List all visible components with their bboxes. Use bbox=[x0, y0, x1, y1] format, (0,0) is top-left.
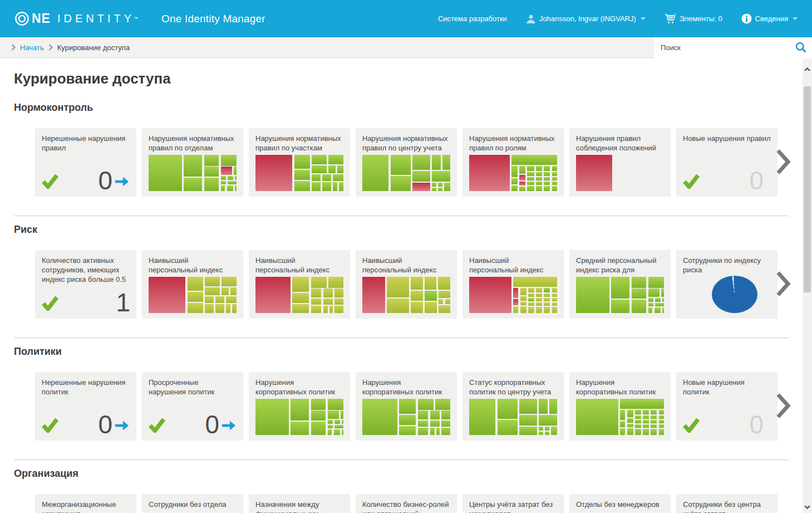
chevron-up-icon bbox=[804, 67, 810, 71]
treemap-cell bbox=[651, 429, 657, 435]
treemap-chart bbox=[576, 399, 664, 435]
dashboard-card[interactable]: Количество бизнес-ролей или организаций, bbox=[356, 494, 457, 513]
treemap-cell bbox=[469, 155, 510, 191]
card-row-risk: Количество активных сотрудников, имеющих… bbox=[35, 250, 783, 319]
dashboard-card[interactable]: Нарушения нормативных правил по отделам bbox=[142, 128, 243, 197]
search-button[interactable] bbox=[795, 42, 806, 53]
treemap-cell bbox=[323, 299, 333, 305]
dashboard-card[interactable]: Сотрудники без отдела bbox=[142, 494, 243, 513]
dashboard-card[interactable]: Нарушения корпоративных политик bbox=[249, 372, 350, 441]
treemap-cell bbox=[312, 155, 327, 164]
dashboard-card[interactable]: Количество активных сотрудников, имеющих… bbox=[35, 250, 136, 319]
card-counter-row: 0 bbox=[42, 414, 130, 435]
chevron-down-icon bbox=[804, 505, 810, 509]
go-to-arrow[interactable] bbox=[114, 175, 130, 190]
treemap-cell bbox=[519, 175, 525, 180]
treemap-cell bbox=[439, 299, 443, 304]
treemap-cell bbox=[513, 277, 557, 287]
treemap-cell bbox=[291, 399, 309, 421]
scroll-up-button[interactable] bbox=[803, 63, 812, 75]
dashboard-card[interactable]: Отделы без менеджеров bbox=[569, 494, 671, 513]
cart-button[interactable]: Элементы: 0 bbox=[665, 13, 722, 24]
treemap-cell bbox=[255, 399, 289, 435]
treemap-cell bbox=[635, 416, 641, 419]
treemap-cell bbox=[311, 299, 322, 305]
dashboard-card[interactable]: Нарушения нормативных правил по участкам bbox=[249, 128, 350, 197]
treemap-cell bbox=[469, 399, 495, 435]
treemap-cell bbox=[425, 302, 437, 313]
dashboard-card[interactable]: Просроченные нарушения политик0 bbox=[142, 372, 243, 441]
user-menu[interactable]: Johansson, Ingvar (INGVARJ) bbox=[526, 14, 646, 24]
card-row-normokontrol: Нерешенные нарушения правил0Нарушения но… bbox=[35, 128, 783, 197]
go-to-arrow[interactable] bbox=[221, 419, 237, 434]
scroll-down-button[interactable] bbox=[803, 501, 812, 513]
dashboard-card[interactable]: Наивысший персональный индекс bbox=[462, 250, 564, 319]
info-menu[interactable]: Сведения bbox=[741, 13, 798, 24]
treemap-cell bbox=[527, 177, 534, 181]
dashboard-card[interactable]: Сотрудники по индексу риска bbox=[676, 250, 777, 319]
treemap-cell bbox=[226, 304, 230, 313]
card-title: Нерешенные нарушения правил bbox=[42, 134, 130, 153]
treemap-cell bbox=[659, 420, 664, 423]
dashboard-card[interactable]: Статус корпоративных политик по центру у… bbox=[462, 372, 564, 441]
dashboard-card[interactable]: Межорганизационные назначения bbox=[35, 494, 136, 513]
card-title: Нарушения корпоративных политик bbox=[362, 378, 450, 397]
dashboard-card[interactable]: Нерешенные нарушения политик0 bbox=[35, 372, 136, 441]
treemap-cell bbox=[329, 306, 333, 313]
treemap-cell bbox=[188, 292, 203, 302]
dashboard-card[interactable]: Средний персональный индекс риска для bbox=[569, 250, 671, 319]
card-title: Нарушения нормативных правил по ролям bbox=[469, 134, 557, 153]
chevron-right-icon bbox=[776, 148, 791, 175]
treemap-cell bbox=[552, 288, 557, 292]
dashboard-card[interactable]: Новые нарушения правил0 bbox=[676, 128, 777, 197]
check-icon bbox=[42, 173, 58, 189]
treemap-cell bbox=[292, 304, 309, 313]
scrollbar-thumb[interactable] bbox=[804, 86, 811, 292]
dashboard-card[interactable]: Нарушения нормативных правил по ролям bbox=[462, 128, 564, 197]
treemap-cell bbox=[643, 429, 649, 435]
dashboard-card[interactable]: Наивысший персональный индекс bbox=[249, 250, 350, 319]
breadcrumb-home-link[interactable]: Начать bbox=[20, 43, 44, 52]
card-title: Новые нарушения правил bbox=[683, 134, 771, 143]
dashboard-card[interactable]: Нарушения корпоративных политик bbox=[569, 372, 671, 441]
dashboard-card[interactable]: Наивысший персональный индекс bbox=[356, 250, 457, 319]
treemap-cell bbox=[432, 188, 436, 192]
card-counter-row: 0 bbox=[683, 414, 771, 435]
dashboard-card[interactable]: Нарушения корпоративных политик bbox=[356, 372, 457, 441]
carousel-next-button[interactable] bbox=[776, 392, 791, 421]
treemap-cell bbox=[255, 155, 292, 191]
treemap-cell bbox=[659, 416, 664, 419]
dashboard-card[interactable]: Нерешенные нарушения правил0 bbox=[35, 128, 136, 197]
dashboard-card[interactable]: Новые нарушения политик0 bbox=[676, 372, 777, 441]
section-divider bbox=[14, 460, 789, 460]
dashboard-card[interactable]: Назначения между функциональными bbox=[249, 494, 350, 513]
treemap-cell bbox=[322, 182, 331, 191]
treemap-cell bbox=[334, 306, 343, 313]
dashboard-card[interactable]: Центры учёта затрат без менеджеров bbox=[462, 494, 564, 513]
treemap-cell bbox=[222, 287, 229, 295]
carousel-next-button[interactable] bbox=[776, 270, 791, 299]
card-title: Нарушения корпоративных политик bbox=[255, 378, 343, 397]
dashboard-card[interactable]: Сотрудники без центра учёта затрат bbox=[676, 494, 777, 513]
treemap-cell bbox=[539, 415, 557, 426]
one-identity-logo: NE IDENTITY ™ bbox=[14, 11, 138, 26]
treemap-cell bbox=[651, 424, 657, 428]
treemap-cell bbox=[620, 421, 625, 427]
treemap-cell bbox=[539, 432, 543, 436]
treemap-cell bbox=[418, 421, 429, 427]
treemap-cell bbox=[399, 415, 416, 425]
check-icon-wrap bbox=[683, 417, 700, 435]
carousel-next-button[interactable] bbox=[776, 148, 791, 177]
search-input[interactable] bbox=[661, 43, 795, 52]
treemap-cell bbox=[627, 428, 633, 435]
dashboard-card[interactable]: Нарушения правил соблюдения положений bbox=[569, 128, 671, 197]
go-to-arrow[interactable] bbox=[114, 419, 130, 434]
card-counter-row: 1 bbox=[42, 292, 130, 313]
treemap-cell bbox=[418, 411, 429, 419]
treemap-cell bbox=[334, 420, 339, 424]
dashboard-card[interactable]: Нарушения нормативных правил по центру у… bbox=[356, 128, 457, 197]
treemap-cell bbox=[513, 299, 518, 305]
counter-value: 0 bbox=[749, 414, 763, 435]
cart-icon bbox=[665, 13, 676, 24]
dashboard-card[interactable]: Наивысший персональный индекс bbox=[142, 250, 243, 319]
